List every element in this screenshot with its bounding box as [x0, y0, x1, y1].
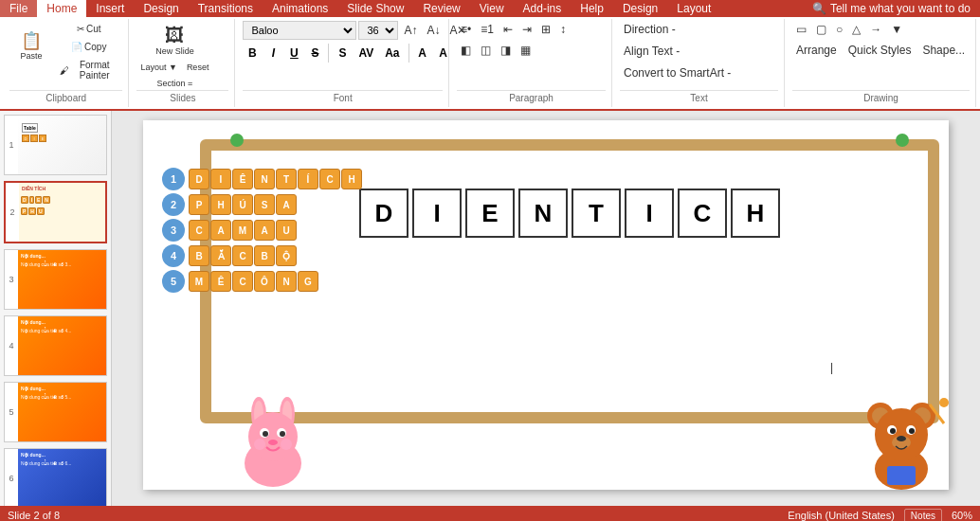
svg-point-10	[268, 440, 278, 445]
format-painter-button[interactable]: 🖌 Format Painter	[55, 57, 122, 83]
font-size-select[interactable]: 36	[358, 21, 398, 40]
case-button[interactable]: Aa	[380, 44, 404, 63]
menu-insert[interactable]: Insert	[86, 0, 134, 17]
slide-thumb-2[interactable]: 2 DIÊN TÍCH DIEN PHU	[4, 181, 107, 243]
increase-indent-button[interactable]: ⇥	[518, 21, 535, 38]
align-center-button[interactable]: ◫	[477, 42, 495, 59]
quick-styles-button[interactable]: Quick Styles	[844, 42, 916, 59]
font-group: Baloo 36 A↑ A↓ A✕ B I U S S AV	[237, 19, 449, 107]
font-name-select[interactable]: Baloo	[243, 21, 356, 40]
row-num-4: 4	[162, 244, 185, 267]
menu-slideshow[interactable]: Slide Show	[337, 0, 413, 17]
menu-file[interactable]: File	[0, 0, 37, 17]
tile-2-1: P	[189, 194, 209, 215]
notes-button[interactable]: Notes	[904, 509, 942, 522]
menu-view[interactable]: View	[470, 0, 514, 17]
strikethrough-button[interactable]: S	[305, 44, 324, 63]
slide-num-4: 4	[5, 339, 18, 352]
section-row: Section =	[154, 76, 197, 90]
section-button[interactable]: Section =	[154, 77, 197, 90]
font-name-row: Baloo 36 A↑ A↓ A✕	[243, 21, 470, 40]
text-direction-button[interactable]: Direction -	[620, 21, 680, 38]
menu-layout[interactable]: Layout	[667, 0, 720, 17]
cut-button[interactable]: ✂ Cut	[55, 21, 122, 37]
copy-button[interactable]: 📄 Copy	[55, 39, 122, 55]
bold-button[interactable]: B	[243, 44, 262, 63]
decrease-indent-button[interactable]: ⇤	[499, 21, 517, 38]
menu-home[interactable]: Home	[37, 0, 86, 17]
menu-transitions[interactable]: Transitions	[189, 0, 263, 17]
svg-rect-27	[887, 466, 916, 485]
menu-animations[interactable]: Animations	[263, 0, 337, 17]
shape-triangle[interactable]: △	[848, 21, 864, 38]
more-shapes[interactable]: ▼	[887, 21, 906, 38]
row-num-3: 3	[162, 219, 185, 242]
tile-5-6: G	[298, 271, 318, 292]
align-text-button[interactable]: Align Text -	[620, 43, 683, 60]
slide-thumb-3[interactable]: 3 Nội dung... Nội dung của tiết số 3...	[4, 249, 107, 310]
copy-icon: 📄	[71, 42, 82, 52]
menu-review[interactable]: Review	[413, 0, 469, 17]
shape-rounded-rect[interactable]: ▢	[812, 21, 830, 38]
slide-thumb-4[interactable]: 4 Nội dung... Nội dung của tiết số 4...	[4, 315, 107, 376]
shadow-button[interactable]: S	[333, 44, 352, 63]
slide-thumb-5[interactable]: 5 Nội dung... Nội dung của tiết số 5...	[4, 382, 107, 442]
menu-help[interactable]: Help	[571, 0, 613, 17]
crossword-row-2: 2 P H Ú S A	[162, 193, 366, 216]
main-area: 1 Table D I E 2 DIÊN TÍCH DIEN	[0, 111, 980, 506]
italic-button[interactable]: I	[263, 44, 282, 63]
shape-oval[interactable]: ○	[832, 21, 846, 38]
paste-button[interactable]: 📋 Paste	[9, 21, 53, 72]
tile-3-5: U	[276, 220, 297, 241]
underline-button[interactable]: U	[284, 44, 303, 63]
slide-thumb-1[interactable]: 1 Table D I E	[4, 115, 107, 175]
tell-me[interactable]: 🔍 Tell me what you want to do	[803, 0, 980, 17]
clipboard-secondary: ✂ Cut 📄 Copy 🖌 Format Painter	[55, 21, 122, 83]
tile-5-2: Ê	[210, 271, 231, 292]
line-spacing-button[interactable]: ↕	[556, 21, 570, 38]
tile-4-5: Ộ	[276, 245, 297, 266]
svg-point-18	[875, 408, 928, 461]
ribbon: 📋 Paste ✂ Cut 📄 Copy 🖌 Format Painter	[0, 17, 980, 111]
bullets-button[interactable]: ≡•	[457, 21, 475, 38]
menu-design[interactable]: Design	[134, 0, 188, 17]
slide-canvas[interactable]: D I E N T I C H | 1	[143, 120, 949, 490]
crossword-row-5: 5 M Ê C Ô N G	[162, 270, 366, 293]
drawing-label: Drawing	[792, 90, 970, 105]
letter-H: H	[731, 189, 780, 238]
align-right-button[interactable]: ◨	[497, 42, 515, 59]
highlight-button[interactable]: A	[413, 44, 432, 63]
font-color-button[interactable]: A	[434, 44, 453, 63]
tile-5-1: M	[189, 271, 209, 292]
tile-4-4: B	[254, 245, 275, 266]
dot-left	[230, 134, 244, 147]
menu-addins[interactable]: Add-ins	[514, 0, 572, 17]
slide-preview-3: Nội dung... Nội dung của tiết số 3...	[18, 250, 106, 309]
shape-fill-button[interactable]: Shape...	[918, 42, 969, 59]
slide-preview-1: Table D I E	[18, 116, 106, 174]
slides-label: Slides	[136, 90, 228, 105]
menu-design2[interactable]: Design	[613, 0, 667, 17]
arrange-button[interactable]: Arrange	[792, 42, 841, 59]
convert-smartart-button[interactable]: Convert to SmartArt -	[620, 64, 735, 81]
align-left-button[interactable]: ◧	[457, 42, 475, 59]
increase-font-button[interactable]: A↑	[400, 22, 421, 39]
letter-I: I	[412, 189, 462, 238]
new-slide-area: 🖼 New Slide Layout ▼ Reset Section =	[136, 21, 212, 90]
decrease-font-button[interactable]: A↓	[423, 22, 444, 39]
slide-thumb-6[interactable]: 6 Nội dung... Nội dung của tiết số 6...	[4, 448, 107, 506]
columns-button[interactable]: ⊞	[537, 21, 554, 38]
numbering-button[interactable]: ≡1	[477, 21, 498, 38]
new-slide-icon: 🖼	[165, 25, 184, 46]
layout-button[interactable]: Layout ▼	[136, 61, 180, 74]
shape-rect[interactable]: ▭	[792, 21, 810, 38]
menu-bar: File Home Insert Design Transitions Anim…	[0, 0, 980, 17]
svg-point-9	[280, 431, 285, 437]
tile-1-2: I	[210, 169, 231, 189]
shape-arrow[interactable]: →	[866, 21, 885, 38]
new-slide-button[interactable]: 🖼 New Slide	[151, 21, 199, 59]
spacing-button[interactable]: AV	[354, 44, 378, 63]
text-dir-label: Text	[620, 90, 778, 105]
justify-button[interactable]: ▦	[517, 42, 535, 59]
reset-button[interactable]: Reset	[183, 61, 213, 74]
